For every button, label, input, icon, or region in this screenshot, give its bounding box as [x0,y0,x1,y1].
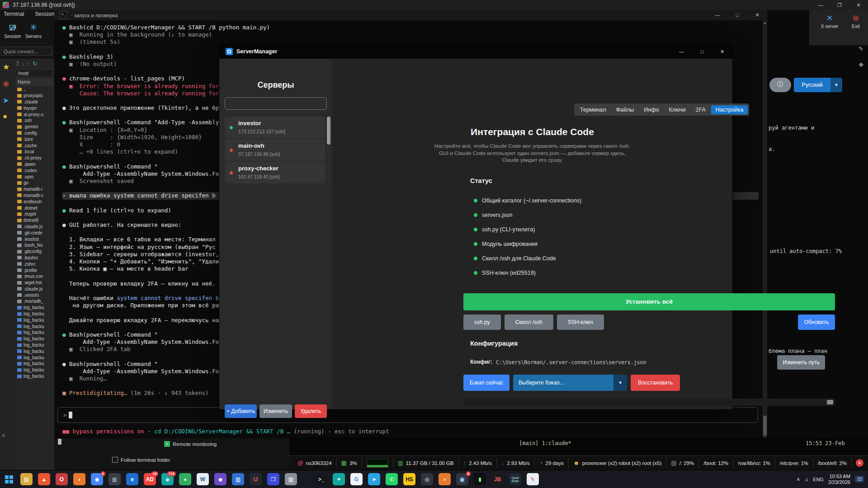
file-tree-item[interactable]: .mariadb_ [16,298,54,305]
taskbar-icon-gitkraken[interactable]: ✦ [333,473,345,485]
file-tree-item[interactable]: log_backu [16,361,54,367]
component-button[interactable]: SSH-ключ [557,314,604,330]
tab-2FA[interactable]: 2FA [691,105,710,114]
volume-icon[interactable]: ♫ [805,477,808,482]
session-button[interactable]: 🖳︎ Session [3,22,23,39]
taskbar-icon-purple-app[interactable]: ◆ [214,473,226,485]
macros-icon[interactable]: ❃ [3,80,9,89]
file-tree-item[interactable]: dotnet9 [16,217,54,224]
file-tree-item[interactable]: .gemini [16,124,54,130]
backup-select-dropdown[interactable]: Выберите бэкап... ▼ [513,375,627,391]
start-button[interactable] [3,473,15,485]
taskbar-icon-blue-folder[interactable]: ▥ [232,473,244,485]
taskbar-icon-firefox[interactable]: ◗ [73,473,85,485]
quick-connect-input[interactable]: Quick connect... [1,47,52,56]
file-tree-item[interactable]: .git-crede [16,230,54,236]
file-tree-item[interactable]: .config [16,130,54,136]
taskbar-icon-terminal[interactable]: ▮ [474,473,486,485]
edit-server-button[interactable]: Изменить [259,404,292,418]
terminal-input[interactable]: > [57,407,758,423]
taskbar-icon-jetbrains[interactable]: JB [491,473,504,485]
app-titlebar[interactable]: ServerManager — □ ✕ [219,44,732,59]
tab-Ключи[interactable]: Ключи [664,105,690,114]
file-tree-item[interactable]: log_backu [16,354,54,361]
taskbar-icon-teal-app[interactable]: ◈715 [161,473,174,485]
terminal-tab-title[interactable]: · запуск и проверка [71,13,118,18]
file-tree-item[interactable]: .bash_his [16,242,54,249]
download-icon[interactable]: ↓ [22,61,24,67]
delete-server-button[interactable]: Удалить [295,404,327,418]
close-button[interactable]: ✕ [849,0,868,10]
file-tree-item[interactable]: myvpn [16,105,54,111]
pencil-icon[interactable]: ✎ [859,45,863,52]
server-list-item[interactable]: main-ovh37.187.136.86 [ssh] [225,139,325,161]
backup-now-button[interactable]: Бэкап сейчас [463,375,509,391]
taskbar-icon-anydesk[interactable]: AD20 [144,473,156,485]
taskbar-icon-dark-app[interactable]: ▩ [108,473,121,485]
file-tree-item[interactable]: go [16,180,54,186]
file-tree-item[interactable]: .local [16,149,54,155]
file-tree-item[interactable]: log_backu [16,348,54,354]
servers-button[interactable]: ✳ Servers [24,22,43,39]
taskbar-icon-writer[interactable]: W [197,473,209,485]
menu-terminal[interactable]: Terminal [4,11,24,17]
file-tree-item[interactable]: .bashrc [16,255,54,261]
taskbar-icon-quick-share[interactable]: Quick share [509,473,521,485]
taskbar-icon-gray-app[interactable]: ▧ [285,473,297,485]
refresh-icon[interactable]: ↻ [33,61,37,67]
file-tree-item[interactable]: log_backu [16,373,54,380]
file-tree-item[interactable]: log_backu [16,317,54,323]
file-tree-item[interactable]: .zshrc [16,261,54,267]
file-tree-item[interactable]: .codex [16,167,54,174]
file-tree-item[interactable]: .gitconfig [16,249,54,255]
file-tree-item[interactable]: .nuget [16,211,54,217]
folder-up-icon[interactable]: ⤴ [16,61,19,67]
exit-button[interactable]: ⊗ Exit [844,13,867,29]
taskbar-icon-green-app[interactable]: ● [179,473,191,485]
file-tree-item[interactable]: log_backu [16,336,54,342]
change-path-button[interactable]: Изменить путь [777,355,825,370]
taskbar-icon-putty[interactable]: >_ [315,473,327,485]
file-tree-item[interactable]: .claude [16,99,54,105]
add-server-button[interactable]: + Добавить [225,404,257,418]
file-tree-item[interactable]: .viminfo [16,292,54,298]
terminal-minimize-button[interactable]: — [708,12,727,18]
file-tree-item[interactable]: log_backu [16,305,54,311]
follow-terminal-folder-checkbox[interactable] [112,457,118,463]
file-column-header[interactable]: Name [16,78,54,85]
taskbar-icon-edge[interactable]: e [126,473,138,485]
scroll-up-icon[interactable]: ▲ [763,20,767,26]
file-tree-item[interactable]: mariadb-c [16,192,54,199]
file-tree-item[interactable]: .cache [16,142,54,149]
terminal-scrollbar[interactable]: ▲ ▼ [763,20,767,441]
taskbar-icon-ide[interactable]: IJ [250,473,262,485]
taskbar-icon-hs-app[interactable]: HS [403,473,415,485]
monitor-close-icon[interactable]: ✕ [856,459,863,467]
file-tree-item[interactable]: .npm [16,174,54,180]
component-button[interactable]: ssh.py [463,314,501,330]
file-tree-item[interactable]: log_backu [16,342,54,348]
language-dropdown[interactable]: Русский ▼ [794,78,842,92]
taskbar-icon-explorer[interactable]: ▤ [20,473,33,485]
file-tree-item[interactable]: log_backu [16,329,54,336]
file-tree-item[interactable]: endlessh [16,198,54,205]
file-tree-item[interactable]: .dotnet [16,205,54,211]
file-tree-item[interactable]: .ssh [16,117,54,124]
file-tree-item[interactable]: .lesshst [16,236,54,242]
tools-icon[interactable]: ➤ [3,96,9,105]
minimize-button[interactable]: — [811,0,830,10]
file-tree-item[interactable]: proxyapis [16,93,54,99]
file-tree-item[interactable]: .cli-proxy [16,155,54,161]
remote-monitoring-checkbox[interactable]: ✓ [164,441,170,447]
menu-sessions[interactable]: Sessions [35,11,57,17]
taskbar-icon-opera[interactable]: O [56,473,68,485]
tab-Терминал[interactable]: Терминал [576,105,611,114]
file-tree-item[interactable]: log_backu [16,367,54,373]
tray-expand-icon[interactable]: ∧ [797,476,800,482]
tab-Настройка[interactable]: Настройка [711,105,748,114]
scrollbar-thumb[interactable] [763,416,767,436]
file-tree-item[interactable]: log_backu [16,323,54,329]
restore-button[interactable]: ❐ [830,0,849,10]
file-tree-item[interactable]: .kimi [16,136,54,142]
file-tree-item[interactable]: .profile [16,267,54,273]
